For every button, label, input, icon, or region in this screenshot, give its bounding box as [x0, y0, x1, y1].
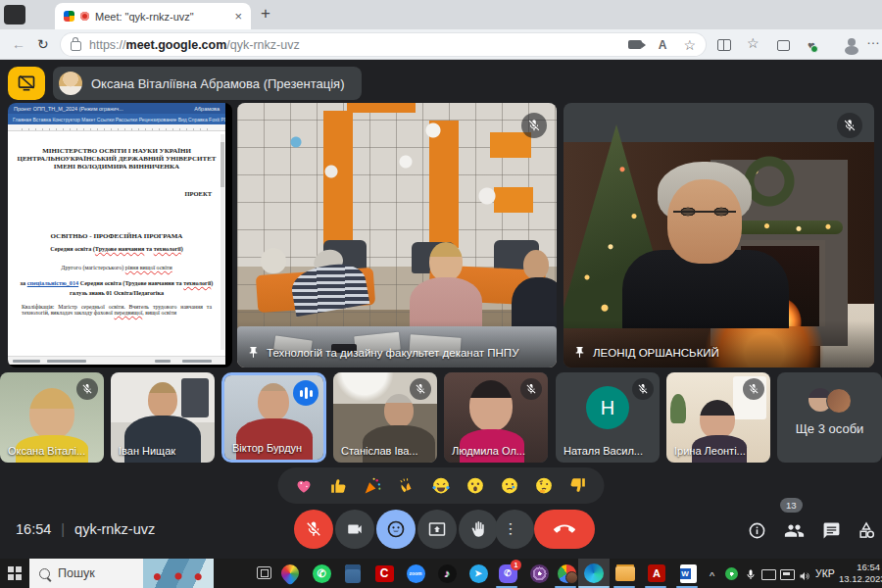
acrobat-icon[interactable]: A	[645, 562, 668, 585]
participant-tile-lyudmyla[interactable]: Людмила Ол...	[444, 372, 548, 463]
tor-browser-icon[interactable]	[527, 562, 551, 585]
chrome-icon[interactable]	[555, 562, 578, 585]
telegram-icon[interactable]: ➤	[466, 562, 490, 585]
camera-button[interactable]	[335, 510, 374, 549]
decor	[345, 564, 361, 583]
address-bar[interactable]: https://meet.google.com/qyk-rnkz-uvz A ☆	[61, 33, 706, 56]
file-explorer-icon[interactable]	[613, 562, 637, 585]
browser-menu-icon[interactable]: …	[866, 31, 880, 47]
doc-level-pre: Другого (магістерського)	[61, 265, 124, 270]
antivirus-tray-icon[interactable]	[725, 567, 738, 580]
decor	[13, 360, 40, 363]
lock-icon	[71, 41, 81, 51]
taskbar-clock[interactable]: 16:54 13.12.2023	[839, 562, 880, 585]
microphone-tray-icon[interactable]	[745, 567, 757, 585]
language-indicator[interactable]: УКР	[815, 567, 835, 579]
reload-icon[interactable]: ↻	[37, 36, 49, 52]
url-host: meet.google.com	[126, 38, 227, 52]
thumbs-up-reaction[interactable]	[328, 475, 349, 496]
split-screen-icon[interactable]	[717, 39, 731, 51]
taskbar-search[interactable]: Пошук	[29, 559, 214, 588]
collections-icon[interactable]: ☆	[747, 35, 760, 51]
participant-tile-iryna[interactable]: Ірина Леонті...	[666, 372, 770, 463]
network-tray-icon[interactable]	[780, 569, 795, 580]
favorites-star-icon[interactable]: ☆	[683, 37, 696, 53]
start-button[interactable]	[8, 566, 22, 580]
address-bar-icons: A ☆	[628, 37, 696, 53]
tears-of-joy-reaction[interactable]	[431, 475, 452, 496]
viber-badge: 1	[511, 560, 521, 570]
tab-close-icon[interactable]: ×	[234, 10, 242, 23]
viber-icon[interactable]: ✆1	[496, 562, 519, 585]
raise-hand-button[interactable]	[459, 510, 498, 549]
participant-person	[700, 400, 735, 439]
participant-tile-ivan[interactable]: Іван Нищак	[111, 372, 215, 463]
search-highlight-image[interactable]	[143, 559, 214, 588]
classroom-tile[interactable]: Технологій та дизайну факультет деканат …	[237, 103, 557, 368]
participants-count-badge: 13	[780, 498, 803, 513]
tab-groups-icon[interactable]	[777, 40, 790, 51]
more-options-button[interactable]: …	[495, 510, 534, 549]
whatsapp-icon[interactable]: ✆	[310, 562, 333, 585]
participant-tile-stanislav[interactable]: Станіслав Іва...	[333, 372, 437, 463]
more-participants-label: Ще 3 особи	[796, 421, 864, 436]
tray-expand-icon[interactable]: ^	[710, 570, 714, 582]
participant-tile-natalya[interactable]: Н Наталя Васил...	[556, 372, 660, 463]
browser-essentials-icon[interactable]: ♥	[808, 38, 815, 53]
new-tab-button[interactable]: +	[261, 4, 270, 24]
thumbs-down-reaction[interactable]	[568, 475, 589, 496]
meeting-details-button[interactable]	[745, 518, 768, 542]
browser-tab[interactable]: Meet: "qyk-rnkz-uvz" ×	[55, 3, 251, 29]
presentation-tile[interactable]: Проект ОПП_ТН_М_2024 (Режим огранич... А…	[8, 103, 232, 368]
participant-name: Оксана Віталі...	[8, 445, 85, 457]
tab-actions-icon[interactable]	[4, 5, 25, 24]
task-view-icon[interactable]	[257, 566, 271, 579]
back-icon[interactable]: ←	[12, 36, 25, 52]
present-button[interactable]	[417, 510, 457, 549]
pin-icon	[573, 346, 586, 359]
volume-tray-icon[interactable]	[799, 568, 810, 586]
scroll-thumb[interactable]	[220, 142, 224, 187]
more-participants-tile[interactable]: Ще 3 особи	[777, 372, 882, 463]
doc-spec-link: спеціальністю_014	[27, 279, 78, 286]
participant-tile-oksana[interactable]: Оксана Віталі...	[0, 372, 104, 463]
speaker-tile[interactable]: ЛЕОНІД ОРШАНСЬКИЙ	[564, 103, 874, 368]
decor	[277, 561, 302, 585]
participants-button[interactable]	[782, 518, 806, 542]
edge-icon[interactable]	[582, 562, 606, 585]
mic-off-icon	[837, 113, 862, 138]
mic-button[interactable]	[294, 510, 333, 549]
url-scheme: https://	[89, 38, 126, 52]
word-scrollbar[interactable]	[220, 134, 224, 350]
participant-person	[429, 242, 463, 281]
word-icon[interactable]: W	[676, 562, 700, 585]
activities-button[interactable]	[855, 518, 878, 542]
taskbar-time: 16:54	[839, 562, 880, 573]
tiktok-icon[interactable]: ♪	[435, 562, 459, 585]
sparkling-heart-reaction[interactable]	[294, 475, 315, 496]
calculator-icon[interactable]	[341, 562, 365, 585]
clapping-hands-reaction[interactable]	[397, 475, 417, 496]
cast-tray-icon[interactable]	[761, 569, 776, 580]
red-c-app-icon[interactable]: C	[372, 562, 396, 585]
participant-tile-viktor[interactable]: Віктор Бурдун	[221, 372, 326, 463]
astonished-reaction[interactable]	[466, 475, 486, 496]
end-call-button[interactable]	[534, 510, 595, 549]
crying-reaction[interactable]	[500, 475, 520, 496]
zoom-icon[interactable]: zoom	[404, 562, 427, 585]
participant-person	[523, 250, 549, 279]
thinking-reaction[interactable]	[534, 475, 555, 496]
read-aloud-icon[interactable]: A	[659, 38, 667, 52]
paint-app-icon[interactable]	[278, 562, 302, 585]
participant-name: Іван Нищак	[119, 445, 175, 457]
chat-button[interactable]	[819, 518, 843, 542]
camera-in-use-icon[interactable]	[628, 40, 642, 49]
reactions-button[interactable]	[376, 510, 416, 549]
party-popper-reaction[interactable]	[363, 475, 383, 496]
presenter-banner[interactable]: Оксана Віталіївна Абрамова (Презентація)	[53, 67, 362, 100]
stop-presenting-button[interactable]	[8, 67, 45, 100]
screen: Meet: "qyk-rnkz-uvz" × + ← ↻ https://mee…	[0, 0, 882, 588]
search-icon	[39, 568, 50, 579]
mic-off-icon	[305, 520, 322, 538]
word-window-user: Абрамова	[194, 106, 220, 112]
